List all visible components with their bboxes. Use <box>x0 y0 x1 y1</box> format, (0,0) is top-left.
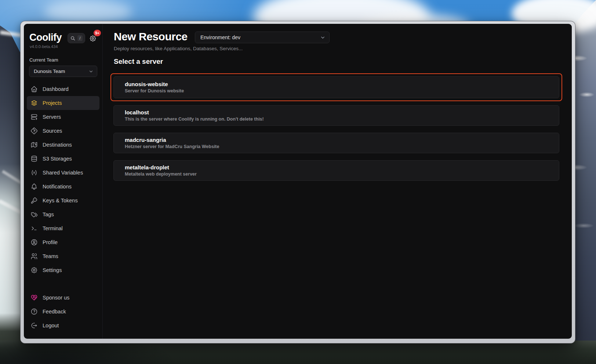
environment-selector-value: Environment: dev <box>200 34 240 40</box>
home-icon <box>30 85 38 93</box>
server-card-dunosis-website[interactable]: dunosis-website Server for Dunosis websi… <box>113 76 559 98</box>
sidebar-item-label: Sponsor us <box>43 295 69 301</box>
server-name: metaltela-droplet <box>125 164 548 170</box>
sidebar-item-label: Destinations <box>43 142 72 148</box>
server-name: localhost <box>125 109 548 115</box>
sidebar-item-label: Terminal <box>43 225 63 231</box>
sidebar-item-label: Notifications <box>43 184 72 190</box>
help-icon <box>30 308 38 315</box>
sidebar-item-label: Tags <box>43 212 54 217</box>
sidebar-item-label: Dashboard <box>43 86 69 92</box>
sidebar-item-label: Profile <box>43 239 58 245</box>
sidebar-item-profile[interactable]: Profile <box>27 235 99 249</box>
sidebar-item-terminal[interactable]: Terminal <box>27 221 99 235</box>
git-icon <box>30 127 38 135</box>
highlighted-server-outline: dunosis-website Server for Dunosis websi… <box>110 73 562 101</box>
chevron-down-icon <box>320 35 326 40</box>
slash-keycap: / <box>77 35 83 41</box>
sidebar-footer-nav: Sponsor us Feedback Logout <box>27 291 99 332</box>
sidebar-item-sponsor-us[interactable]: Sponsor us <box>27 291 99 305</box>
sidebar-item-label: Keys & Tokens <box>43 198 78 203</box>
servers-icon <box>30 113 38 121</box>
sidebar-item-tags[interactable]: Tags <box>27 207 99 221</box>
heart-handshake-icon <box>30 294 38 301</box>
sidebar: Coolify v4.0.0-beta.434 / 9+ Current Tea… <box>24 24 103 339</box>
search-icon <box>70 36 76 41</box>
sidebar-item-destinations[interactable]: Destinations <box>27 138 99 152</box>
team-selector[interactable]: Dunosis Team <box>29 66 97 77</box>
sidebar-item-label: Projects <box>43 100 62 106</box>
sidebar-item-sources[interactable]: Sources <box>27 124 99 138</box>
sidebar-item-label: Settings <box>43 267 62 273</box>
app-logo: Coolify <box>29 32 62 43</box>
sidebar-item-keys-tokens[interactable]: Keys & Tokens <box>27 194 99 207</box>
sidebar-item-projects[interactable]: Projects <box>27 96 99 110</box>
server-name: dunosis-website <box>125 81 548 87</box>
current-team-label: Current Team <box>29 57 58 63</box>
server-card-madcru-sangria[interactable]: madcru-sangria Hetzner server for MadCru… <box>113 133 559 153</box>
sidebar-item-s3-storages[interactable]: S3 Storages <box>27 152 99 166</box>
database-icon <box>30 155 38 162</box>
sidebar-nav: Dashboard Projects Servers Sources Desti… <box>27 82 99 277</box>
bell-icon <box>30 183 38 190</box>
gear-icon <box>30 266 38 274</box>
page-subtitle: Deploy resources, like Applications, Dat… <box>114 46 243 51</box>
terminal-icon <box>30 225 38 232</box>
server-description: Server for Dunosis website <box>125 88 548 93</box>
server-card-localhost[interactable]: localhost This is the server where Cooli… <box>113 105 559 126</box>
background-cloud <box>44 0 132 23</box>
notification-count-badge: 9+ <box>94 30 101 36</box>
layers-icon <box>30 99 38 107</box>
users-icon <box>30 253 38 260</box>
tags-icon <box>30 211 38 218</box>
variable-icon <box>30 169 38 176</box>
sidebar-item-feedback[interactable]: Feedback <box>27 305 99 319</box>
page-title: New Resource <box>114 30 188 43</box>
user-circle-icon <box>30 239 38 246</box>
server-list: dunosis-website Server for Dunosis websi… <box>113 76 559 188</box>
coolify-app: Coolify v4.0.0-beta.434 / 9+ Current Tea… <box>24 24 572 339</box>
environment-selector[interactable]: Environment: dev <box>195 32 330 43</box>
sidebar-item-teams[interactable]: Teams <box>27 249 99 263</box>
main-content: New Resource Environment: dev Deploy res… <box>103 24 572 339</box>
sidebar-item-label: Servers <box>43 114 61 120</box>
server-description: This is the server where Coolify is runn… <box>125 117 548 122</box>
sidebar-item-servers[interactable]: Servers <box>27 110 99 124</box>
sidebar-item-label: Teams <box>43 253 58 259</box>
server-description: Hetzner server for MadCru Sangria Websit… <box>125 144 548 149</box>
server-description: Metaltela web deployment server <box>125 172 548 177</box>
sidebar-item-label: S3 Storages <box>43 156 72 162</box>
sidebar-item-dashboard[interactable]: Dashboard <box>27 82 99 96</box>
team-selector-value: Dunosis Team <box>34 69 65 74</box>
sidebar-item-label: Sources <box>43 128 62 134</box>
sidebar-item-notifications[interactable]: Notifications <box>27 180 99 194</box>
sidebar-item-label: Shared Variables <box>43 170 83 176</box>
section-heading: Select a server <box>114 58 163 66</box>
app-version: v4.0.0-beta.434 <box>30 44 58 49</box>
logout-icon <box>30 322 38 329</box>
server-card-metaltela-droplet[interactable]: metaltela-droplet Metaltela web deployme… <box>113 160 559 181</box>
map-icon <box>30 141 38 148</box>
server-name: madcru-sangria <box>125 137 548 143</box>
sidebar-item-label: Logout <box>43 323 59 328</box>
sidebar-item-shared-variables[interactable]: Shared Variables <box>27 166 99 180</box>
app-window: Coolify v4.0.0-beta.434 / 9+ Current Tea… <box>20 21 575 343</box>
sidebar-item-logout[interactable]: Logout <box>27 319 99 332</box>
key-icon <box>30 197 38 204</box>
background-valley <box>0 341 596 364</box>
sidebar-item-label: Feedback <box>43 309 66 315</box>
chevron-down-icon <box>88 69 94 74</box>
search-button[interactable]: / <box>68 33 85 43</box>
sidebar-item-settings[interactable]: Settings <box>27 263 99 277</box>
